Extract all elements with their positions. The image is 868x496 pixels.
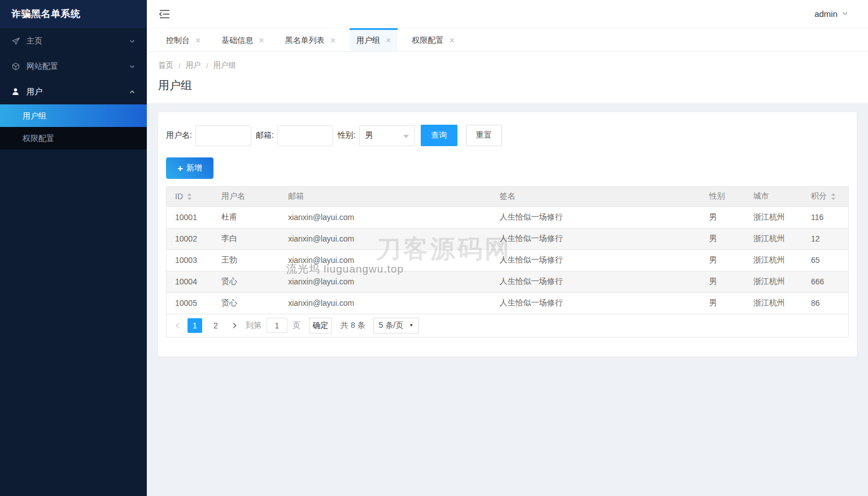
table-cell: 人生恰似一场修行 (491, 207, 700, 228)
search-button[interactable]: 查询 (421, 125, 457, 146)
per-page-select[interactable]: 5 条/页 ▼ (373, 318, 420, 333)
sidebar-subitem[interactable]: 用户组 (0, 104, 147, 127)
table-cell: 10003 (167, 249, 213, 271)
table-cell: 10004 (167, 271, 213, 292)
sort-icon[interactable] (831, 193, 836, 200)
table-row: 10005贤心xianxin@layui.com人生恰似一场修行男浙江杭州86 (167, 292, 848, 314)
tab[interactable]: 黑名单列表 × (278, 28, 342, 51)
table-cell: 10001 (167, 207, 213, 228)
goto-page-input[interactable] (267, 318, 287, 333)
table-column-header: 邮箱 (280, 187, 491, 207)
card: 用户名: 邮箱: 性别: 男 查询 重置 + 新增 ID (158, 112, 857, 357)
username-label: 用户名: (166, 130, 192, 141)
goto-unit-label: 页 (293, 321, 300, 331)
table-cell: 人生恰似一场修行 (491, 292, 700, 314)
breadcrumb-separator: / (206, 62, 208, 70)
close-icon[interactable]: × (449, 36, 454, 45)
table-cell: 贤心 (213, 292, 280, 314)
reset-button[interactable]: 重置 (466, 125, 502, 146)
table-column-header: 签名 (491, 187, 700, 207)
column-label: 性别 (709, 191, 725, 201)
sidebar-item-label: 用户 (27, 87, 42, 97)
paper-plane-icon (11, 37, 20, 46)
sort-icon[interactable] (187, 193, 192, 200)
chevron-right-icon[interactable] (231, 322, 238, 329)
tab[interactable]: 控制台 × (159, 28, 207, 51)
page-number[interactable]: 2 (208, 318, 223, 333)
breadcrumb-item: 用户组 (213, 60, 237, 71)
sidebar-item[interactable]: 用户 (0, 79, 147, 104)
page-number[interactable]: 1 (187, 318, 202, 333)
add-button-label: 新增 (186, 163, 202, 173)
close-icon[interactable]: × (259, 36, 264, 45)
table-cell: 浙江杭州 (745, 249, 802, 271)
tab-bar: 控制台 × 基础信息 × 黑名单列表 × 用户组 × 权限配置 × (147, 28, 868, 52)
sidebar-item-label: 主页 (27, 36, 42, 46)
sidebar-item[interactable]: 主页 (0, 28, 147, 54)
column-label: 城市 (753, 191, 769, 201)
table-column-header: ID (167, 187, 213, 207)
close-icon[interactable]: × (330, 36, 335, 45)
tab[interactable]: 基础信息 × (215, 28, 271, 51)
username-input[interactable] (195, 125, 251, 146)
tab-label: 控制台 (166, 36, 190, 46)
table-column-header: 城市 (745, 187, 802, 207)
table-cell: 10002 (167, 228, 213, 249)
goto-label: 到第 (246, 321, 261, 331)
table-cell: 男 (701, 207, 745, 228)
close-icon[interactable]: × (195, 36, 200, 45)
page-header: 首页/用户/用户组 用户组 (147, 52, 868, 103)
gender-select[interactable]: 男 (359, 125, 415, 146)
table-cell: 浙江杭州 (745, 228, 802, 249)
tab-label: 用户组 (356, 36, 380, 46)
chevron-down-icon (129, 63, 136, 70)
pagination: 12到第页确定共 8 条 5 条/页 ▼ (167, 314, 848, 337)
table-cell: 男 (701, 228, 745, 249)
add-button[interactable]: + 新增 (166, 157, 213, 179)
sidebar-item[interactable]: 网站配置 (0, 54, 147, 79)
breadcrumb-item: 用户 (186, 60, 201, 71)
column-label: 用户名 (221, 191, 245, 201)
per-page-value: 5 条/页 (379, 321, 404, 331)
tab[interactable]: 权限配置 × (405, 28, 461, 51)
table-cell: xianxin@layui.com (280, 292, 491, 314)
tab-label: 黑名单列表 (285, 36, 325, 46)
table-cell: 男 (701, 271, 745, 292)
page-title: 用户组 (158, 78, 868, 93)
confirm-button[interactable]: 确定 (309, 318, 332, 333)
table-cell: xianxin@layui.com (280, 207, 491, 228)
breadcrumb-item[interactable]: 首页 (158, 60, 173, 71)
table-row: 10001杜甫xianxin@layui.com人生恰似一场修行男浙江杭州116 (167, 207, 848, 228)
tab[interactable]: 用户组 × (350, 28, 398, 51)
sidebar-subitem[interactable]: 权限配置 (0, 127, 147, 150)
app-title: 诈骗黑名单系统 (0, 0, 147, 28)
user-menu[interactable]: admin (814, 9, 849, 19)
data-table: ID 用户名 邮箱 签名 性别 城市 积分 10001杜甫xianxin@lay… (166, 186, 849, 337)
username: admin (814, 9, 838, 19)
table-cell: 浙江杭州 (745, 271, 802, 292)
table-cell: 86 (802, 292, 848, 314)
table-cell: xianxin@layui.com (280, 228, 491, 249)
column-label: ID (175, 192, 183, 201)
breadcrumb-separator: / (178, 62, 181, 70)
gender-select-value: 男 (365, 130, 373, 141)
table-header-row: ID 用户名 邮箱 签名 性别 城市 积分 (167, 187, 848, 207)
chevron-left-icon[interactable] (175, 322, 181, 329)
gender-label: 性别: (338, 130, 356, 141)
filter-bar: 用户名: 邮箱: 性别: 男 查询 重置 (158, 112, 857, 146)
email-input[interactable] (277, 125, 333, 146)
email-label: 邮箱: (256, 130, 274, 141)
sidebar-item-label: 网站配置 (27, 62, 58, 72)
breadcrumb: 首页/用户/用户组 (158, 60, 868, 71)
table-row: 10004贤心xianxin@layui.com人生恰似一场修行男浙江杭州666 (167, 271, 848, 292)
table-cell: 116 (802, 207, 848, 228)
table-cell: 浙江杭州 (745, 292, 802, 314)
close-icon[interactable]: × (386, 36, 391, 45)
collapse-menu-icon[interactable] (158, 9, 171, 19)
table-row: 10002李白xianxin@layui.com人生恰似一场修行男浙江杭州12 (167, 228, 848, 249)
table-cell: 人生恰似一场修行 (491, 271, 700, 292)
table-column-header: 积分 (802, 187, 848, 207)
table-cell: 浙江杭州 (745, 207, 802, 228)
table-cell: 李白 (213, 228, 280, 249)
table-cell: 王勃 (213, 249, 280, 271)
